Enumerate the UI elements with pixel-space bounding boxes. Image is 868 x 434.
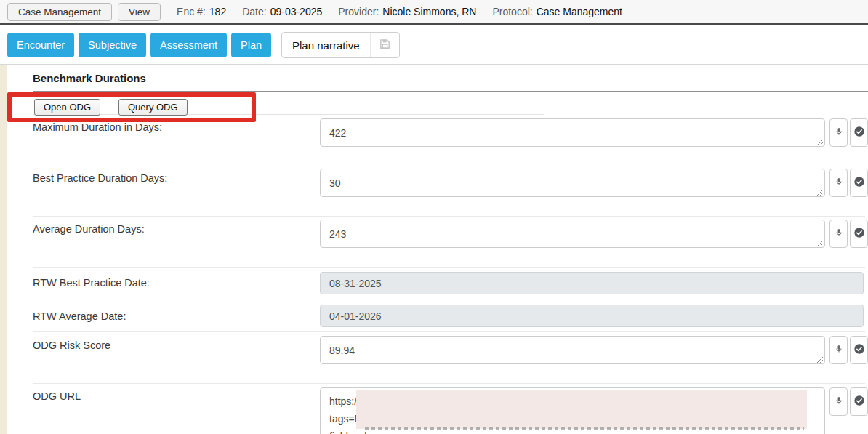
dictate-button[interactable]: [829, 220, 848, 248]
view-button[interactable]: View: [118, 3, 161, 21]
field-label-odg-url: ODG URL: [33, 390, 81, 402]
encounter-header-bar: Case Management View Enc #: 182 Date: 09…: [0, 0, 868, 25]
microphone-icon: [835, 176, 843, 190]
dictate-button[interactable]: [829, 387, 848, 416]
divider: [33, 91, 868, 92]
obscured-text-fragment: [365, 427, 804, 430]
field-label-average-duration: Average Duration Days:: [33, 223, 145, 235]
check-circle-icon: [853, 227, 865, 241]
check-circle-icon: [853, 126, 865, 140]
tab-encounter[interactable]: Encounter: [7, 33, 74, 57]
tab-plan[interactable]: Plan: [231, 33, 271, 57]
left-edge-strip: [0, 65, 7, 434]
confirm-button[interactable]: [850, 169, 868, 197]
divider: [33, 166, 865, 166]
check-circle-icon: [853, 343, 865, 358]
encounter-meta: Enc #: 182 Date: 09-03-2025 Provider: Ni…: [177, 6, 622, 17]
save-icon: [379, 38, 391, 53]
average-duration-input[interactable]: 243: [320, 220, 825, 248]
field-label-rtw-average-date: RTW Average Date:: [33, 310, 126, 322]
plan-form-content: Benchmark Durations Open ODG Query ODG M…: [0, 65, 868, 434]
protocol-label: Protocol:: [492, 6, 532, 17]
protocol-value: Case Management: [537, 6, 622, 17]
tab-subjective[interactable]: Subjective: [79, 33, 146, 57]
date-label: Date:: [242, 6, 266, 17]
dictate-button[interactable]: [829, 336, 848, 364]
field-label-rtw-best-practice-date: RTW Best Practice Date:: [33, 277, 150, 289]
section-tabs-toolbar: Encounter Subjective Assessment Plan Pla…: [0, 26, 868, 65]
odg-risk-score-input[interactable]: 89.94: [320, 336, 825, 364]
field-label-best-practice-duration: Best Practice Duration Days:: [33, 172, 167, 184]
case-management-button[interactable]: Case Management: [7, 3, 112, 21]
rtw-average-date-field: [320, 305, 864, 327]
check-circle-icon: [853, 176, 865, 190]
confirm-button[interactable]: [850, 220, 868, 248]
enc-number-label: Enc #:: [177, 6, 206, 17]
date-value: 09-03-2025: [270, 6, 323, 17]
divider: [33, 331, 865, 332]
plan-narrative-group: Plan narrative: [281, 32, 400, 58]
rtw-best-practice-date-field: [320, 272, 864, 294]
divider: [33, 267, 865, 268]
provider-label: Provider:: [338, 6, 379, 17]
confirm-button[interactable]: [850, 336, 868, 364]
microphone-icon: [835, 343, 843, 358]
plan-narrative-button[interactable]: Plan narrative: [282, 33, 370, 57]
divider: [33, 383, 865, 384]
divider: [33, 216, 865, 217]
check-circle-icon: [853, 395, 865, 409]
confirm-button[interactable]: [850, 118, 868, 147]
redaction-overlay: [356, 390, 807, 429]
field-label-max-duration: Maximum Duration in Days:: [33, 121, 162, 133]
save-narrative-button[interactable]: [371, 33, 399, 57]
enc-number-value: 182: [209, 6, 226, 17]
provider-value: Nicole Simmons, RN: [382, 6, 476, 17]
divider: [33, 114, 544, 115]
dictate-button[interactable]: [829, 169, 848, 197]
field-label-odg-risk-score: ODG Risk Score: [33, 339, 110, 351]
max-duration-input[interactable]: 422: [320, 118, 825, 147]
microphone-icon: [835, 126, 843, 140]
dictate-button[interactable]: [829, 118, 848, 147]
divider: [33, 300, 865, 300]
microphone-icon: [835, 227, 843, 241]
confirm-button[interactable]: [850, 387, 868, 416]
tab-assessment[interactable]: Assessment: [150, 33, 227, 57]
query-odg-button[interactable]: Query ODG: [118, 99, 188, 116]
best-practice-duration-input[interactable]: 30: [320, 169, 825, 197]
section-title: Benchmark Durations: [33, 72, 146, 84]
open-odg-button[interactable]: Open ODG: [34, 99, 100, 116]
microphone-icon: [835, 395, 843, 409]
